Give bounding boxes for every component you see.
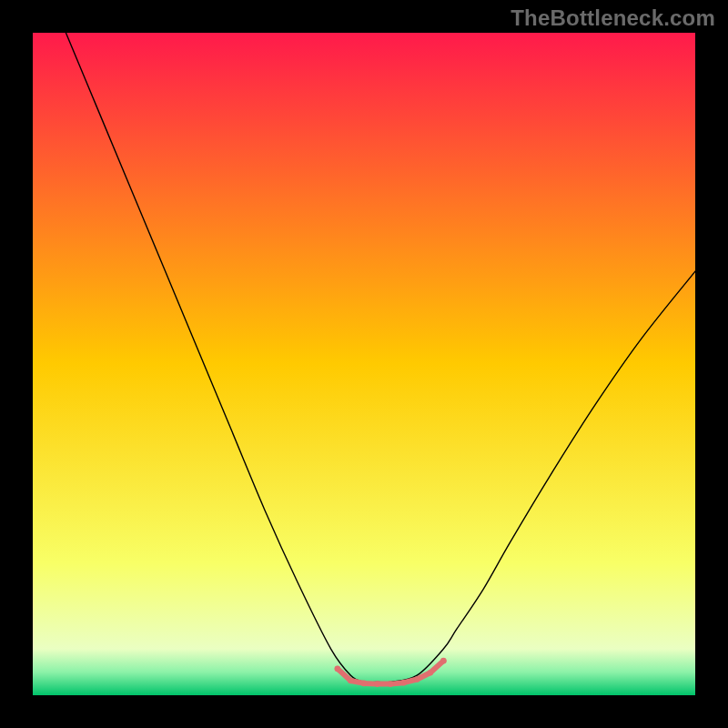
chart-svg	[33, 33, 695, 695]
chart-plot-area	[33, 33, 695, 695]
valley-highlight-dot	[414, 676, 420, 682]
valley-highlight-dot	[428, 670, 434, 676]
chart-frame: TheBottleneck.com	[0, 0, 728, 728]
valley-highlight-dot	[361, 681, 368, 687]
valley-highlight-dot	[388, 681, 394, 687]
valley-highlight-dot	[335, 666, 341, 672]
valley-highlight-dot	[440, 658, 447, 664]
watermark-text: TheBottleneck.com	[511, 5, 715, 31]
valley-highlight-dot	[348, 678, 354, 684]
chart-background	[33, 33, 695, 695]
valley-highlight-dot	[374, 681, 380, 687]
valley-highlight-dot	[400, 680, 407, 686]
